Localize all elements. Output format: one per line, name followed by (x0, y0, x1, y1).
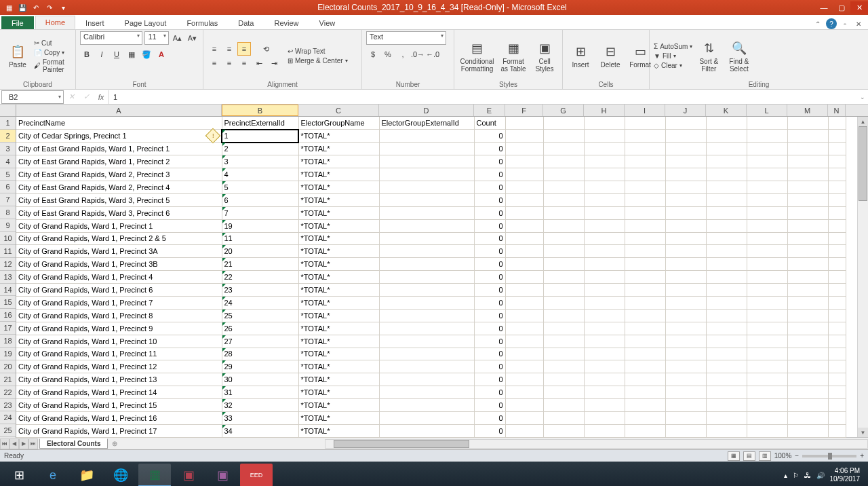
cell[interactable] (706, 386, 747, 399)
cell[interactable] (584, 348, 625, 360)
cell[interactable]: 32 (222, 399, 298, 412)
cell[interactable] (747, 348, 787, 360)
row-header[interactable]: 13 (0, 271, 16, 284)
cell[interactable] (543, 373, 584, 386)
tab-insert[interactable]: Insert (75, 16, 115, 29)
scroll-thumb[interactable] (859, 126, 867, 201)
cell[interactable]: *TOTAL* (298, 181, 379, 193)
row-header[interactable]: 19 (0, 348, 16, 360)
row-header[interactable]: 12 (0, 258, 16, 271)
cell[interactable] (379, 181, 474, 193)
cell[interactable]: 5 (222, 181, 298, 193)
cell[interactable] (828, 117, 846, 130)
cell[interactable]: Count (474, 117, 505, 130)
border-button[interactable]: ▦ (125, 48, 138, 61)
cell[interactable] (543, 424, 584, 437)
cell[interactable] (787, 348, 828, 360)
cell[interactable] (706, 181, 747, 193)
orientation-icon[interactable]: ⟲ (259, 42, 273, 56)
cell[interactable] (787, 193, 828, 206)
cell[interactable]: ElectorGroupExternalId (379, 117, 474, 130)
row-headers[interactable]: 1234567891011121314151617181920212223242… (0, 117, 16, 438)
cell[interactable] (665, 373, 706, 386)
close-button[interactable]: ✕ (850, 1, 868, 14)
cell[interactable]: *TOTAL* (298, 271, 379, 284)
cell[interactable]: City of Grand Rapids, Ward 1, Precinct 1… (16, 386, 222, 399)
cell[interactable] (379, 284, 474, 297)
cell[interactable] (584, 219, 625, 232)
cell[interactable] (706, 360, 747, 373)
app-icon-1[interactable]: ▣ (172, 464, 205, 486)
cell[interactable] (379, 245, 474, 258)
decrease-indent-icon[interactable]: ⇤ (252, 56, 266, 70)
cell[interactable] (505, 155, 543, 168)
cell[interactable]: City of East Grand Rapids, Ward 1, Preci… (16, 155, 222, 168)
flag-icon[interactable]: ⚐ (793, 472, 799, 479)
cell[interactable] (665, 386, 706, 399)
cell[interactable] (625, 309, 665, 322)
cell[interactable] (625, 322, 665, 335)
cell[interactable] (828, 206, 846, 219)
cell[interactable] (379, 360, 474, 373)
redo-icon[interactable]: ↷ (43, 1, 56, 14)
cell[interactable] (625, 360, 665, 373)
cell[interactable] (828, 271, 846, 284)
cell[interactable] (828, 309, 846, 322)
cell[interactable] (828, 411, 846, 424)
page-break-view-icon[interactable]: ▥ (759, 451, 771, 461)
restore-window-icon[interactable]: ▫ (840, 18, 850, 29)
cell[interactable] (543, 181, 584, 193)
col-header-N[interactable]: N (828, 105, 846, 116)
cell[interactable] (747, 373, 787, 386)
expand-formula-bar-icon[interactable]: ⌄ (857, 94, 868, 100)
cell[interactable]: 0 (474, 181, 505, 193)
prev-sheet-icon[interactable]: ◀ (9, 438, 19, 449)
cell[interactable] (625, 181, 665, 193)
cell[interactable] (787, 232, 828, 245)
cell[interactable] (584, 373, 625, 386)
cell[interactable]: *TOTAL* (298, 424, 379, 437)
font-color-button[interactable]: A (155, 48, 168, 61)
cell[interactable]: 1! (222, 130, 298, 143)
cell[interactable] (828, 322, 846, 335)
cell[interactable] (747, 143, 787, 155)
cell[interactable]: 31 (222, 386, 298, 399)
cell[interactable]: 0 (474, 193, 505, 206)
cell[interactable]: 0 (474, 168, 505, 181)
row-header[interactable]: 11 (0, 245, 16, 258)
col-header-D[interactable]: D (379, 105, 474, 116)
last-sheet-icon[interactable]: ⏭ (28, 438, 38, 449)
cell[interactable] (584, 322, 625, 335)
cell[interactable] (706, 284, 747, 297)
number-format-combo[interactable]: Text (366, 31, 446, 45)
cell[interactable] (787, 322, 828, 335)
system-tray[interactable]: ▴ ⚐ 🖧 🔊 4:06 PM 10/9/2017 (784, 467, 866, 483)
cell[interactable] (665, 219, 706, 232)
cell[interactable]: City of Grand Rapids, Ward 1, Precinct 1… (16, 373, 222, 386)
cell[interactable] (747, 193, 787, 206)
row-header[interactable]: 9 (0, 219, 16, 232)
conditional-formatting-button[interactable]: ▤Conditional Formatting (458, 37, 496, 75)
vertical-scrollbar[interactable]: ▲ ▼ (857, 117, 868, 437)
cell[interactable] (787, 373, 828, 386)
first-sheet-icon[interactable]: ⏮ (0, 438, 9, 449)
cell[interactable]: City of East Grand Rapids, Ward 3, Preci… (16, 193, 222, 206)
cell[interactable]: City of Cedar Springs, Precinct 1 (16, 130, 222, 143)
cell[interactable] (706, 219, 747, 232)
cell[interactable] (584, 168, 625, 181)
cell[interactable]: 30 (222, 373, 298, 386)
cell[interactable] (584, 399, 625, 412)
cell[interactable] (787, 399, 828, 412)
cell[interactable] (706, 424, 747, 437)
cell[interactable]: *TOTAL* (298, 386, 379, 399)
fill-button[interactable]: ▼Fill▾ (654, 52, 692, 60)
cell[interactable] (747, 411, 787, 424)
cell[interactable] (625, 232, 665, 245)
cell[interactable]: *TOTAL* (298, 206, 379, 219)
cell[interactable] (543, 335, 584, 348)
cell[interactable] (505, 309, 543, 322)
cell[interactable] (828, 373, 846, 386)
cell[interactable] (543, 271, 584, 284)
cell[interactable] (625, 117, 665, 130)
cell[interactable] (828, 348, 846, 360)
